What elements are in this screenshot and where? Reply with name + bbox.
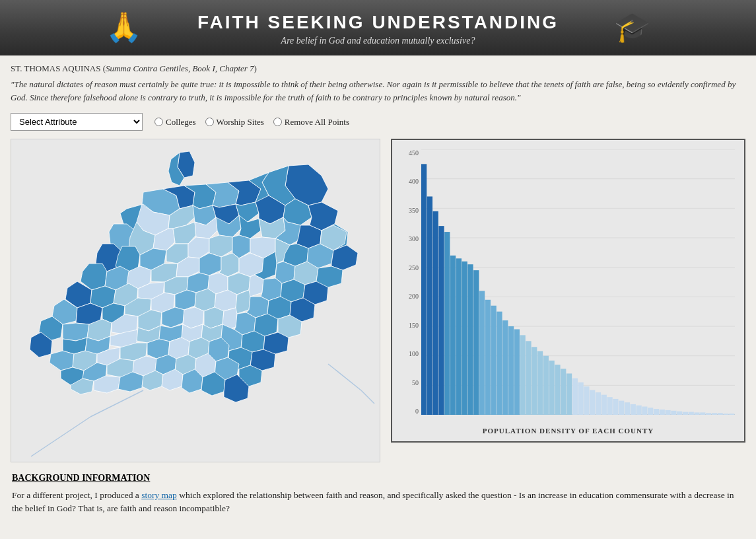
y-label: 350 [396, 207, 419, 214]
y-label: 50 [396, 379, 419, 386]
bar [543, 356, 549, 415]
bar [467, 264, 473, 415]
bar [526, 341, 531, 415]
bar [421, 164, 427, 415]
bar [729, 413, 734, 415]
bar [508, 326, 514, 415]
main-row: 450 400 350 300 250 200 150 100 50 0 POP… [11, 139, 745, 462]
bar [473, 270, 479, 415]
radio-remove-input[interactable] [273, 118, 282, 126]
bar [683, 412, 688, 415]
bar [578, 382, 584, 415]
main-content: ST. THOMAS AQUINAS (Summa Contra Gentile… [0, 55, 756, 524]
y-label: 100 [396, 350, 419, 357]
bar [502, 320, 508, 415]
bar [497, 312, 502, 415]
county-polygon [215, 290, 237, 311]
y-label: 300 [396, 235, 419, 242]
bar [567, 373, 572, 415]
y-label: 450 [396, 149, 419, 157]
background-text: For a different project, I produced a st… [12, 489, 744, 516]
bar [427, 196, 432, 415]
radio-remove[interactable]: Remove All Points [273, 117, 349, 127]
story-map-link[interactable]: story map [141, 490, 177, 500]
radio-worship-label: Worship Sites [217, 117, 264, 127]
bar [607, 397, 612, 415]
bar [590, 390, 595, 415]
bar [636, 406, 641, 415]
controls-bar: Select Attribute Population Density Educ… [11, 113, 745, 131]
bar [572, 378, 578, 415]
author-name: ST. THOMAS AQUINAS (Summa Contra Gentile… [11, 63, 257, 73]
bar [613, 399, 618, 415]
prayer-icon: 🙏 [106, 13, 142, 42]
bar [665, 410, 670, 415]
bar [671, 411, 676, 415]
bar [706, 413, 711, 415]
bar [555, 365, 560, 415]
bar [712, 413, 717, 415]
graduation-icon: 🎓 [614, 13, 650, 42]
bar [718, 413, 723, 415]
bar [456, 258, 462, 415]
radio-group: Colleges Worship Sites Remove All Points [155, 117, 349, 127]
y-label: 200 [396, 293, 419, 300]
bar [514, 329, 520, 415]
background-text-before: For a different project, I produced a [12, 490, 141, 500]
wv-map-svg [11, 139, 380, 462]
bar [479, 291, 485, 415]
radio-worship-input[interactable] [205, 118, 214, 126]
bar [700, 412, 705, 415]
bar [532, 347, 537, 415]
attribute-select[interactable]: Select Attribute Population Density Educ… [11, 113, 143, 131]
bar [677, 412, 682, 415]
y-label: 250 [396, 264, 419, 271]
bar [537, 351, 543, 415]
author-work: Summa Contra Gentiles, Book I, Chapter 7 [106, 63, 254, 73]
y-label: 0 [396, 408, 419, 415]
bar [689, 412, 694, 415]
bar-chart-svg [421, 149, 735, 415]
bar [491, 306, 497, 415]
bar [596, 392, 601, 415]
bar [549, 361, 555, 415]
bar [694, 412, 699, 415]
bar [462, 262, 467, 415]
y-label: 400 [396, 178, 419, 185]
bar [584, 386, 589, 415]
bar [619, 401, 624, 415]
radio-worship[interactable]: Worship Sites [205, 117, 264, 127]
bar [520, 335, 526, 415]
background-link[interactable]: BACKGROUND INFORMATION [12, 473, 744, 484]
bar [433, 211, 438, 415]
background-section: BACKGROUND INFORMATION For a different p… [11, 473, 745, 516]
bar [648, 408, 653, 415]
radio-colleges[interactable]: Colleges [155, 117, 196, 127]
wv-map-container[interactable] [11, 139, 380, 462]
radio-remove-label: Remove All Points [285, 117, 349, 127]
page-header: 🙏 FAITH SEEKING UNDERSTANDING Are belief… [0, 0, 756, 55]
y-label: 150 [396, 322, 419, 329]
bar [485, 300, 491, 415]
bar [642, 406, 647, 415]
chart-title: POPULATION DENSITY OF EACH COUNTY [392, 427, 744, 435]
bar [654, 409, 659, 415]
bar [561, 369, 566, 415]
bar [660, 410, 665, 415]
y-axis-labels: 450 400 350 300 250 200 150 100 50 0 [396, 149, 419, 415]
radio-colleges-input[interactable] [155, 118, 163, 126]
bar [438, 226, 444, 415]
author-line: ST. THOMAS AQUINAS (Summa Contra Gentile… [11, 63, 745, 74]
bar [601, 395, 607, 415]
population-density-chart: 450 400 350 300 250 200 150 100 50 0 POP… [391, 139, 745, 443]
radio-colleges-label: Colleges [166, 117, 196, 127]
bar [450, 256, 456, 415]
bar [444, 232, 450, 415]
bar [625, 402, 630, 415]
bar [631, 404, 636, 415]
bar [723, 413, 728, 415]
quote-text: "The natural dictates of reason must cer… [11, 78, 745, 104]
